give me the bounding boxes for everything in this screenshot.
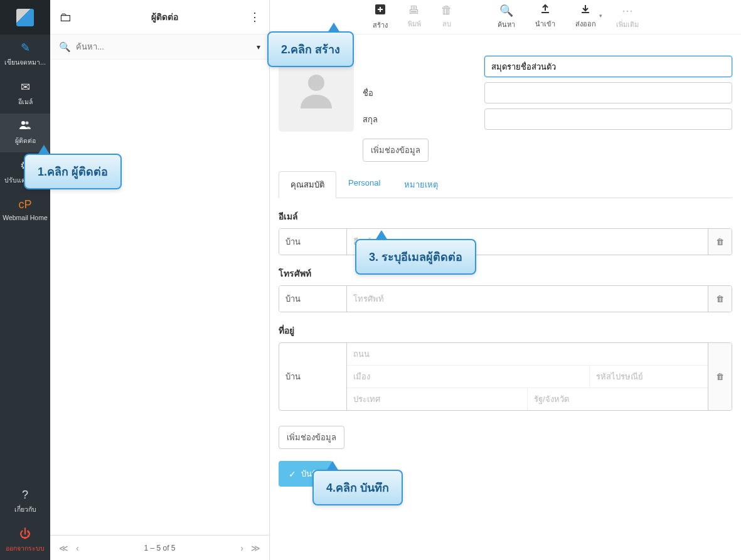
toolbar: สร้าง 🖶 พิมพ์ 🗑 ลบ 🔍 ค้นหา นำเข้า xyxy=(270,0,741,34)
main-sidebar: ✎ เขียนจดหมา... ✉ อีเมล์ ผู้ติดต่อ ⚙ ปรั… xyxy=(0,0,50,560)
pager-first-icon[interactable]: ≪ xyxy=(59,543,68,553)
add-name-field-button[interactable]: เพิ่มช่องข้อมูล xyxy=(363,139,429,162)
search-button[interactable]: 🔍 ค้นหา xyxy=(494,4,519,30)
nav-about[interactable]: ? เกี่ยวกับ xyxy=(0,482,50,521)
contact-list-pane: 🗀 ผู้ติดต่อ ⋮ 🔍 ▾ ≪ ‹ 1 – 5 of 5 › ≫ xyxy=(50,0,270,560)
kebab-icon[interactable]: ⋮ xyxy=(249,10,260,24)
trash-icon: 🗑 xyxy=(716,294,724,304)
print-icon: 🖶 xyxy=(408,4,420,17)
pager-last-icon[interactable]: ≫ xyxy=(251,543,260,553)
firstname-label: ชื่อ xyxy=(363,87,476,100)
export-button[interactable]: ส่งออก xyxy=(572,4,600,29)
region-input[interactable] xyxy=(528,388,708,410)
nav-compose[interactable]: ✎ เขียนจดหมา... xyxy=(0,34,50,74)
nav-email[interactable]: ✉ อีเมล์ xyxy=(0,74,50,114)
callout-3: 3. ระบุอีเมลผู้ติดต่อ xyxy=(355,239,476,275)
list-title: ผู้ติดต่อ xyxy=(80,10,249,24)
create-button[interactable]: สร้าง xyxy=(369,4,392,31)
envelope-icon: ✉ xyxy=(3,80,48,94)
phone-type-select[interactable]: บ้าน xyxy=(279,286,347,312)
phone-section-label: โทรศัพท์ xyxy=(279,267,732,280)
phone-delete-button[interactable]: 🗑 xyxy=(708,286,732,312)
email-section-label: อีเมล์ xyxy=(279,209,732,223)
pager-status: 1 – 5 of 5 xyxy=(144,544,175,552)
search-icon: 🔍 xyxy=(59,41,71,53)
address-delete-button[interactable]: 🗑 xyxy=(708,343,732,410)
trash-icon: 🗑 xyxy=(716,237,724,246)
nav-webmail-home[interactable]: cP Webmail Home xyxy=(0,192,50,228)
app-logo xyxy=(0,0,50,34)
add-field-button[interactable]: เพิ่มช่องข้อมูล xyxy=(279,426,344,449)
import-button[interactable]: นำเข้า xyxy=(531,4,559,29)
email-delete-button[interactable]: 🗑 xyxy=(708,229,732,255)
trash-icon: 🗑 xyxy=(441,4,452,17)
nav-logout[interactable]: ⏻ ออกจากระบบ xyxy=(0,521,50,560)
svg-point-1 xyxy=(26,122,29,125)
nav-label: เขียนจดหมา... xyxy=(3,57,48,68)
addressbook-select[interactable] xyxy=(484,56,732,77)
street-input[interactable] xyxy=(347,343,708,365)
contact-list xyxy=(50,60,269,535)
address-entry: บ้าน 🗑 xyxy=(279,342,732,411)
compose-icon: ✎ xyxy=(3,41,48,55)
callout-1: 1.คลิก ผู้ติดต่อ xyxy=(24,154,122,189)
country-input[interactable] xyxy=(347,388,528,410)
print-button[interactable]: 🖶 พิมพ์ xyxy=(404,4,425,29)
callout-4: 4.คลิก บันทึก xyxy=(312,470,403,505)
lastname-input[interactable] xyxy=(484,108,732,130)
dots-icon: ⋯ xyxy=(622,4,633,18)
power-icon: ⏻ xyxy=(3,527,48,541)
nav-label: อีเมล์ xyxy=(3,97,48,107)
plus-square-icon xyxy=(375,4,386,18)
more-button[interactable]: ⋯ เพิ่มเติม xyxy=(612,4,642,30)
pager-prev-icon[interactable]: ‹ xyxy=(76,543,79,553)
nav-label: Webmail Home xyxy=(3,214,48,221)
svg-point-0 xyxy=(21,121,25,125)
firstname-input[interactable] xyxy=(484,82,732,103)
question-icon: ? xyxy=(3,489,48,502)
folder-icon[interactable]: 🗀 xyxy=(59,10,72,24)
users-icon xyxy=(3,120,48,133)
delete-button[interactable]: 🗑 ลบ xyxy=(437,4,456,29)
address-type-select[interactable]: บ้าน xyxy=(279,343,347,410)
city-input[interactable] xyxy=(347,366,590,388)
pager-next-icon[interactable]: › xyxy=(240,543,243,553)
nav-label: เกี่ยวกับ xyxy=(3,504,48,515)
email-type-select[interactable]: บ้าน xyxy=(279,229,347,255)
tab-notes[interactable]: หมายเหตุ xyxy=(392,171,450,198)
tab-personal[interactable]: Personal xyxy=(336,171,392,198)
lastname-label: สกุล xyxy=(363,113,476,126)
check-icon: ✓ xyxy=(289,469,296,479)
callout-2: 2.คลิก สร้าง xyxy=(267,31,354,67)
phone-input[interactable] xyxy=(347,286,708,312)
tab-bar: คุณสมบัติ Personal หมายเหตุ xyxy=(279,171,732,198)
cpanel-icon: cP xyxy=(3,198,48,211)
svg-point-3 xyxy=(308,75,324,91)
address-section-label: ที่อยู่ xyxy=(279,324,732,337)
email-entry: บ้าน 🗑 xyxy=(279,228,732,255)
upload-icon xyxy=(540,4,550,17)
download-icon xyxy=(580,4,590,17)
nav-label: ออกจากระบบ xyxy=(3,543,48,554)
phone-entry: บ้าน 🗑 xyxy=(279,285,732,312)
tab-properties[interactable]: คุณสมบัติ xyxy=(279,171,336,198)
search-dropdown-icon[interactable]: ▾ xyxy=(257,43,260,51)
magnify-icon: 🔍 xyxy=(499,4,513,18)
search-input[interactable] xyxy=(76,42,257,51)
trash-icon: 🗑 xyxy=(716,372,724,381)
zip-input[interactable] xyxy=(590,366,708,388)
